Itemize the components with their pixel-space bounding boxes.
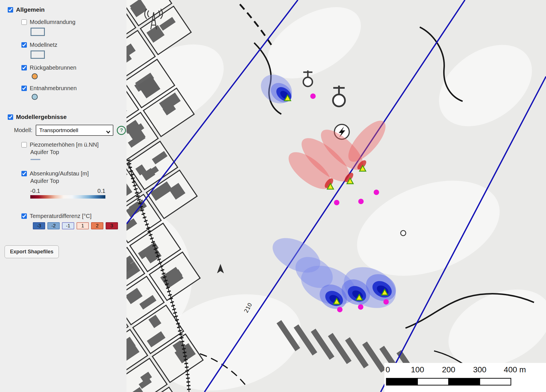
drawdown-legend: -0.1 0.1: [30, 188, 105, 199]
modellumrandung-checkbox[interactable]: [21, 19, 27, 25]
observation-dot: [358, 304, 364, 310]
observation-dot: [384, 299, 389, 305]
piezometerhoehen-label: Piezometerhöhen [m ü.NN]: [30, 142, 99, 148]
entnahmebrunnen-checkbox[interactable]: [21, 86, 27, 91]
drawdown-max-label: 0.1: [97, 188, 105, 194]
model-select-row: Modell: Transportmodell ?: [14, 125, 127, 136]
app-root: Allgemein Modellumrandung Modellnetz: [0, 0, 546, 392]
modellumrandung-label: Modellumrandung: [30, 19, 75, 25]
section-allgemein: Allgemein Modellumrandung Modellnetz: [8, 6, 127, 100]
scale-bar: 0100200300400 m: [384, 363, 546, 392]
section-modellergebnisse-label: Modellergebnisse: [16, 114, 67, 120]
model-select[interactable]: Transportmodell: [36, 125, 113, 136]
model-grid-symbol: [31, 50, 45, 59]
temp-class-box: -1: [62, 222, 74, 229]
observation-dot: [337, 307, 343, 312]
well-circle-icon: [401, 231, 406, 236]
absenkung-checkbox[interactable]: [21, 171, 27, 176]
section-modellergebnisse: Modellergebnisse Modell: Transportmodell…: [8, 114, 127, 229]
rueckgabebrunnen-label: Rückgabebrunnen: [30, 64, 76, 71]
tempdiff-class-legend: -3-2-1123: [33, 222, 127, 229]
absenkung-sublabel: Aquifer Top: [30, 178, 127, 184]
allgemein-checkbox[interactable]: [8, 7, 13, 13]
absenkung-label: Absenkung/Aufstau [m]: [30, 170, 89, 177]
temperaturdifferenz-checkbox[interactable]: [21, 213, 27, 219]
temp-class-box: 1: [77, 222, 89, 229]
return-well-symbol: [32, 73, 38, 79]
rueckgabebrunnen-checkbox[interactable]: [21, 65, 27, 70]
export-shapefiles-button[interactable]: Export Shapefiles: [5, 245, 59, 258]
scalebar-label: 300: [473, 365, 487, 374]
observation-dot: [310, 94, 316, 99]
drawdown-gradient-bar: [30, 195, 105, 199]
scalebar-label: 0: [386, 365, 390, 374]
allgemein-row: Allgemein: [8, 6, 127, 13]
section-allgemein-label: Allgemein: [16, 6, 45, 13]
piezometerhoehen-checkbox[interactable]: [21, 142, 27, 147]
modellnetz-checkbox[interactable]: [21, 42, 27, 48]
temperaturdifferenz-label: Temperaturdifferenz [°C]: [30, 213, 92, 219]
layer-panel: Allgemein Modellumrandung Modellnetz: [0, 0, 127, 392]
piezo-line-symbol: [31, 159, 40, 160]
monument-icon: [333, 86, 345, 106]
help-icon[interactable]: ?: [117, 126, 126, 135]
layer-item-absenkung: Absenkung/Aufstau [m] Aquifer Top -0.1 0…: [21, 170, 127, 199]
fountain-icon: [303, 70, 312, 86]
drawdown-min-label: -0.1: [30, 188, 40, 194]
model-label: Modell:: [14, 127, 32, 134]
layer-item-modellnetz: Modellnetz: [21, 42, 127, 59]
layer-item-rueckgabebrunnen: Rückgabebrunnen: [21, 64, 127, 79]
piezometerhoehen-sublabel: Aquifer Top: [30, 149, 127, 155]
allgemein-items: Modellumrandung Modellnetz Rückgabebrunn…: [21, 19, 127, 100]
modellnetz-label: Modellnetz: [30, 42, 57, 48]
scalebar-label: 400 m: [504, 365, 526, 374]
temp-class-box: -2: [47, 222, 60, 229]
observation-dot: [334, 200, 340, 205]
temp-class-box: 3: [106, 222, 118, 229]
modellergebnisse-checkbox[interactable]: [8, 114, 13, 120]
observation-dot: [374, 190, 379, 195]
temp-class-box: 2: [91, 222, 103, 229]
layer-item-entnahmebrunnen: Entnahmebrunnen: [21, 85, 127, 100]
layer-item-piezometerhoehen: Piezometerhöhen [m ü.NN] Aquifer Top: [21, 142, 127, 160]
entnahmebrunnen-label: Entnahmebrunnen: [30, 85, 77, 92]
scalebar-label: 200: [442, 365, 455, 374]
layer-item-temperaturdifferenz: Temperaturdifferenz [°C] -3-2-1123: [21, 213, 127, 229]
observation-dot: [358, 199, 364, 204]
results-items: Piezometerhöhen [m ü.NN] Aquifer Top Abs…: [21, 142, 127, 229]
extraction-well-symbol: [32, 94, 38, 100]
modellergebnisse-row: Modellergebnisse: [8, 114, 127, 120]
map-canvas[interactable]: 2100100200300400 m: [127, 0, 546, 392]
scalebar-label: 100: [411, 365, 424, 374]
model-boundary-symbol: [31, 28, 45, 36]
layer-item-modellumrandung: Modellumrandung: [21, 19, 127, 36]
temp-class-box: -3: [33, 222, 45, 229]
